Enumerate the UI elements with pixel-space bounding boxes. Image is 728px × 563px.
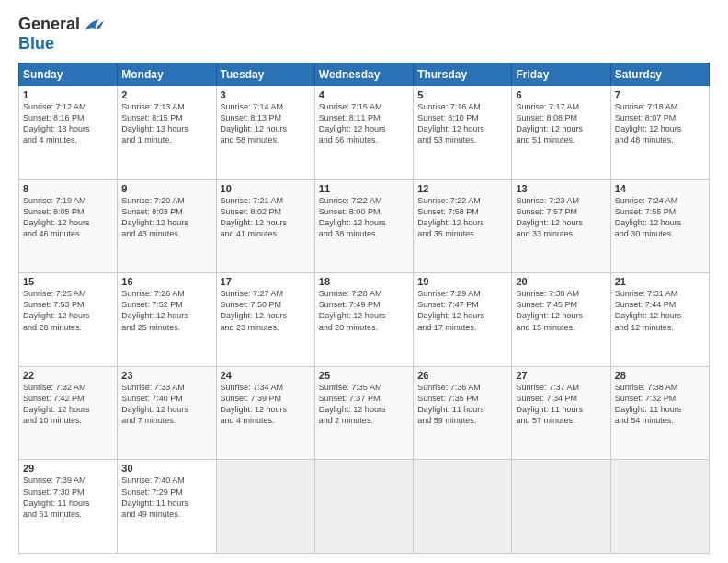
day-number: 23	[121, 370, 211, 381]
day-number: 16	[121, 276, 211, 287]
calendar-cell: 18Sunrise: 7:28 AM Sunset: 7:49 PM Dayli…	[314, 273, 413, 367]
day-info: Sunrise: 7:38 AM Sunset: 7:32 PM Dayligh…	[615, 382, 705, 427]
calendar-cell: 28Sunrise: 7:38 AM Sunset: 7:32 PM Dayli…	[610, 366, 709, 460]
day-number: 25	[319, 370, 409, 381]
calendar-cell: 14Sunrise: 7:24 AM Sunset: 7:55 PM Dayli…	[610, 179, 709, 273]
calendar-cell: 12Sunrise: 7:22 AM Sunset: 7:58 PM Dayli…	[414, 179, 512, 273]
day-info: Sunrise: 7:16 AM Sunset: 8:10 PM Dayligh…	[417, 101, 507, 146]
page: General Blue SundayMondayTuesdayWednesda…	[0, 0, 728, 563]
calendar-cell	[610, 460, 709, 554]
day-number: 24	[221, 370, 311, 381]
calendar-cell: 30Sunrise: 7:40 AM Sunset: 7:29 PM Dayli…	[118, 460, 216, 554]
calendar-cell: 8Sunrise: 7:19 AM Sunset: 8:05 PM Daylig…	[19, 179, 118, 273]
day-header-sunday: Sunday	[19, 63, 118, 86]
day-info: Sunrise: 7:14 AM Sunset: 8:13 PM Dayligh…	[221, 101, 311, 146]
day-number: 28	[615, 370, 705, 381]
calendar-cell: 4Sunrise: 7:15 AM Sunset: 8:11 PM Daylig…	[314, 86, 413, 180]
logo-general-text: General	[18, 15, 80, 34]
calendar-cell: 22Sunrise: 7:32 AM Sunset: 7:42 PM Dayli…	[19, 366, 118, 460]
calendar-cell: 6Sunrise: 7:17 AM Sunset: 8:08 PM Daylig…	[512, 86, 610, 180]
calendar-cell	[314, 460, 413, 554]
day-number: 22	[23, 370, 113, 381]
day-info: Sunrise: 7:39 AM Sunset: 7:30 PM Dayligh…	[23, 475, 113, 520]
logo-blue-text: Blue	[18, 34, 54, 53]
day-number: 4	[319, 89, 409, 100]
day-info: Sunrise: 7:23 AM Sunset: 7:57 PM Dayligh…	[516, 195, 606, 240]
calendar-cell: 2Sunrise: 7:13 AM Sunset: 8:15 PM Daylig…	[118, 86, 216, 180]
calendar-header: SundayMondayTuesdayWednesdayThursdayFrid…	[19, 63, 710, 86]
day-number: 19	[417, 276, 507, 287]
calendar-cell: 5Sunrise: 7:16 AM Sunset: 8:10 PM Daylig…	[414, 86, 512, 180]
calendar-cell	[512, 460, 610, 554]
calendar-cell: 17Sunrise: 7:27 AM Sunset: 7:50 PM Dayli…	[216, 273, 314, 367]
day-number: 20	[516, 276, 606, 287]
day-number: 14	[615, 183, 705, 194]
calendar-cell: 19Sunrise: 7:29 AM Sunset: 7:47 PM Dayli…	[414, 273, 512, 367]
day-info: Sunrise: 7:40 AM Sunset: 7:29 PM Dayligh…	[121, 475, 211, 520]
day-info: Sunrise: 7:30 AM Sunset: 7:45 PM Dayligh…	[516, 288, 606, 333]
day-info: Sunrise: 7:18 AM Sunset: 8:07 PM Dayligh…	[615, 101, 705, 146]
day-info: Sunrise: 7:35 AM Sunset: 7:37 PM Dayligh…	[319, 382, 409, 427]
day-number: 10	[221, 183, 311, 194]
day-info: Sunrise: 7:29 AM Sunset: 7:47 PM Dayligh…	[417, 288, 507, 333]
day-number: 1	[23, 89, 113, 100]
day-info: Sunrise: 7:33 AM Sunset: 7:40 PM Dayligh…	[121, 382, 211, 427]
day-info: Sunrise: 7:15 AM Sunset: 8:11 PM Dayligh…	[319, 101, 409, 146]
day-headers-row: SundayMondayTuesdayWednesdayThursdayFrid…	[19, 63, 710, 86]
day-number: 5	[417, 89, 507, 100]
day-info: Sunrise: 7:20 AM Sunset: 8:03 PM Dayligh…	[121, 195, 211, 240]
calendar-cell	[216, 460, 314, 554]
logo-bird-icon	[82, 16, 104, 34]
day-info: Sunrise: 7:22 AM Sunset: 8:00 PM Dayligh…	[319, 195, 409, 240]
calendar-cell	[414, 460, 512, 554]
calendar-week-2: 8Sunrise: 7:19 AM Sunset: 8:05 PM Daylig…	[19, 179, 710, 273]
day-header-thursday: Thursday	[414, 63, 512, 86]
day-number: 18	[319, 276, 409, 287]
header: General Blue	[18, 15, 710, 53]
calendar-cell: 7Sunrise: 7:18 AM Sunset: 8:07 PM Daylig…	[610, 86, 709, 180]
calendar-cell: 3Sunrise: 7:14 AM Sunset: 8:13 PM Daylig…	[216, 86, 314, 180]
day-info: Sunrise: 7:37 AM Sunset: 7:34 PM Dayligh…	[516, 382, 606, 427]
calendar-cell: 24Sunrise: 7:34 AM Sunset: 7:39 PM Dayli…	[216, 366, 314, 460]
calendar-cell: 1Sunrise: 7:12 AM Sunset: 8:16 PM Daylig…	[19, 86, 118, 180]
calendar-week-3: 15Sunrise: 7:25 AM Sunset: 7:53 PM Dayli…	[19, 273, 710, 367]
day-number: 7	[615, 89, 705, 100]
logo: General Blue	[18, 15, 104, 53]
calendar-cell: 11Sunrise: 7:22 AM Sunset: 8:00 PM Dayli…	[314, 179, 413, 273]
day-header-tuesday: Tuesday	[216, 63, 314, 86]
day-info: Sunrise: 7:21 AM Sunset: 8:02 PM Dayligh…	[221, 195, 311, 240]
calendar: SundayMondayTuesdayWednesdayThursdayFrid…	[18, 63, 710, 554]
day-number: 29	[23, 463, 113, 474]
day-header-monday: Monday	[118, 63, 216, 86]
day-info: Sunrise: 7:24 AM Sunset: 7:55 PM Dayligh…	[615, 195, 705, 240]
calendar-cell: 26Sunrise: 7:36 AM Sunset: 7:35 PM Dayli…	[414, 366, 512, 460]
day-info: Sunrise: 7:19 AM Sunset: 8:05 PM Dayligh…	[23, 195, 113, 240]
calendar-week-1: 1Sunrise: 7:12 AM Sunset: 8:16 PM Daylig…	[19, 86, 710, 180]
calendar-cell: 27Sunrise: 7:37 AM Sunset: 7:34 PM Dayli…	[512, 366, 610, 460]
day-info: Sunrise: 7:22 AM Sunset: 7:58 PM Dayligh…	[417, 195, 507, 240]
day-number: 8	[23, 183, 113, 194]
day-info: Sunrise: 7:17 AM Sunset: 8:08 PM Dayligh…	[516, 101, 606, 146]
day-info: Sunrise: 7:28 AM Sunset: 7:49 PM Dayligh…	[319, 288, 409, 333]
calendar-cell: 16Sunrise: 7:26 AM Sunset: 7:52 PM Dayli…	[118, 273, 216, 367]
day-number: 30	[121, 463, 211, 474]
day-number: 12	[417, 183, 507, 194]
day-info: Sunrise: 7:27 AM Sunset: 7:50 PM Dayligh…	[221, 288, 311, 333]
calendar-cell: 15Sunrise: 7:25 AM Sunset: 7:53 PM Dayli…	[19, 273, 118, 367]
calendar-body: 1Sunrise: 7:12 AM Sunset: 8:16 PM Daylig…	[19, 86, 710, 554]
day-number: 27	[516, 370, 606, 381]
calendar-table: SundayMondayTuesdayWednesdayThursdayFrid…	[18, 63, 710, 554]
day-number: 26	[417, 370, 507, 381]
day-info: Sunrise: 7:26 AM Sunset: 7:52 PM Dayligh…	[121, 288, 211, 333]
day-info: Sunrise: 7:34 AM Sunset: 7:39 PM Dayligh…	[221, 382, 311, 427]
day-number: 9	[121, 183, 211, 194]
calendar-cell: 9Sunrise: 7:20 AM Sunset: 8:03 PM Daylig…	[118, 179, 216, 273]
calendar-cell: 13Sunrise: 7:23 AM Sunset: 7:57 PM Dayli…	[512, 179, 610, 273]
calendar-cell: 21Sunrise: 7:31 AM Sunset: 7:44 PM Dayli…	[610, 273, 709, 367]
day-number: 17	[221, 276, 311, 287]
calendar-cell: 29Sunrise: 7:39 AM Sunset: 7:30 PM Dayli…	[19, 460, 118, 554]
calendar-cell: 23Sunrise: 7:33 AM Sunset: 7:40 PM Dayli…	[118, 366, 216, 460]
day-number: 13	[516, 183, 606, 194]
day-info: Sunrise: 7:25 AM Sunset: 7:53 PM Dayligh…	[23, 288, 113, 333]
day-info: Sunrise: 7:13 AM Sunset: 8:15 PM Dayligh…	[121, 101, 211, 146]
